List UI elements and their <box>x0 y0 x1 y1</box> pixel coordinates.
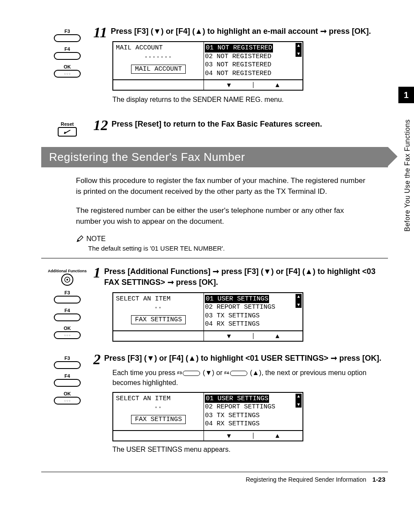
note-icon <box>76 235 84 243</box>
lcd-left-sub: FAX SETTINGS <box>131 415 186 424</box>
lcd-row: 04 RX SETTINGS <box>205 420 302 428</box>
note-text: The default setting is '01 USER TEL NUMB… <box>88 245 388 252</box>
lcd-dots: ▫▫ <box>116 305 201 311</box>
note-label: NOTE <box>86 235 105 243</box>
step-2-after: The USER SETTINGS menu appears. <box>112 445 388 454</box>
f3-key-label: F3 <box>65 29 70 34</box>
step-2-subtext: Each time you press F3 (▼) or F4 (▲), th… <box>112 368 388 388</box>
svg-point-1 <box>66 279 68 281</box>
lcd-row: 02 REPORT SETTINGS <box>205 403 302 411</box>
step-11-instruction: 11 Press [F3] (▼) or [F4] (▲) to highlig… <box>93 26 388 37</box>
section-heading: Registering the Sender's Fax Number <box>41 147 388 167</box>
softkey-up-icon: ▲ <box>253 82 302 88</box>
softkey-down-icon: ▼ <box>205 433 253 439</box>
lcd-softkey-row: ▼ ▲ <box>112 331 303 342</box>
f4-key-icon <box>54 52 81 60</box>
f3-key-label: F3 <box>65 356 70 361</box>
reset-key-label: Reset <box>61 121 74 127</box>
f3-key-icon <box>54 296 81 304</box>
softkey-down-icon: ▼ <box>205 82 253 88</box>
lcd-dots: ▫▫▫▫▫▫▫ <box>116 54 201 60</box>
softkey-down-icon: ▼ <box>205 333 253 339</box>
step-2: F3 F4 OK 2 Press [F3] (▼) or [F4] (▲) to… <box>41 353 388 460</box>
lcd-row: 03 TX SETTINGS <box>205 411 302 420</box>
inline-f3-icon <box>183 371 200 376</box>
lcd-screen-2: SELECT AN ITEM ▫▫ FAX SETTINGS ▲▼ 01 USE… <box>112 392 303 431</box>
lcd-row: 02 REPORT SETTINGS <box>205 303 302 312</box>
lcd-left-title: SELECT AN ITEM <box>116 395 201 403</box>
lcd-row-selected: 01 USER SETTINGS <box>205 295 269 304</box>
step-11-text: Press [F3] (▼) or [F4] (▲) to highlight … <box>111 27 371 36</box>
ok-key-label: OK <box>64 64 71 69</box>
step-number: 11 <box>93 26 107 39</box>
addfn-key-icon <box>61 274 73 286</box>
lcd-screen-11: MAIL ACCOUNT ▫▫▫▫▫▫▫ MAIL ACCOUNT ▲▼ 01 … <box>112 41 303 80</box>
intro-paragraph-2: The registered number can be either the … <box>76 205 388 227</box>
lcd-row-selected: 01 NOT REGISTERED <box>205 44 273 52</box>
lcd-row-selected: 01 USER SETTINGS <box>205 395 269 403</box>
inline-f4-icon <box>230 371 247 376</box>
step-number: 1 <box>93 266 101 280</box>
step-2-text: Press [F3] (▼) or [F4] (▲) to highlight … <box>104 354 381 362</box>
reset-key-icon <box>58 127 77 137</box>
step-number: 2 <box>93 353 101 366</box>
ok-key-icon <box>54 397 81 405</box>
intro-paragraph-1: Follow this procedure to register the fa… <box>76 175 388 197</box>
f3-key-icon <box>54 34 81 42</box>
lcd-row: 04 RX SETTINGS <box>205 320 302 329</box>
step-12-instruction: 12 Press [Reset] to return to the Fax Ba… <box>93 119 388 130</box>
softkey-up-icon: ▲ <box>253 333 302 339</box>
page-number: 1-23 <box>372 476 385 483</box>
ok-key-icon <box>54 70 81 78</box>
ok-key-label: OK <box>64 391 71 396</box>
f4-key-label: F4 <box>65 46 70 52</box>
lcd-row: 02 NOT REGISTERED <box>205 52 302 61</box>
step-1-instruction: 1 Press [Additional Functions] ➞ press [… <box>93 266 388 288</box>
step-11-after: The display returns to the SENDER NAME R… <box>112 95 388 104</box>
key-column: F3 F4 OK <box>41 26 93 79</box>
f3-key-label: F3 <box>65 290 70 295</box>
lcd-row: 03 TX SETTINGS <box>205 312 302 320</box>
scroll-indicator-icon: ▲▼ <box>296 394 302 408</box>
f4-key-icon <box>54 379 81 387</box>
addfn-key-label: Additional Functions <box>48 269 87 273</box>
page-footer: Registering the Required Sender Informat… <box>41 472 388 483</box>
footer-title: Registering the Required Sender Informat… <box>246 476 366 483</box>
lcd-row: 03 NOT REGISTERED <box>205 61 302 69</box>
scroll-indicator-icon: ▲▼ <box>296 294 302 308</box>
lcd-screen-1: SELECT AN ITEM ▫▫ FAX SETTINGS ▲▼ 01 USE… <box>112 292 303 331</box>
f4-key-label: F4 <box>65 373 70 379</box>
lcd-softkey-row: ▼ ▲ <box>112 431 303 441</box>
f4-key-label: F4 <box>65 308 70 313</box>
note-block: NOTE The default setting is '01 USER TEL… <box>76 235 388 252</box>
step-1-text: Press [Additional Functions] ➞ press [F3… <box>104 267 375 287</box>
divider <box>41 258 388 258</box>
lcd-left-sub: FAX SETTINGS <box>131 315 186 324</box>
lcd-left-sub: MAIL ACCOUNT <box>131 65 186 74</box>
softkey-up-icon: ▲ <box>253 433 302 439</box>
ok-key-label: OK <box>64 326 71 331</box>
step-number: 12 <box>93 119 108 132</box>
scroll-indicator-icon: ▲▼ <box>296 43 302 57</box>
step-11: F3 F4 OK 11 Press [F3] (▼) or [F4] (▲) t… <box>41 26 388 111</box>
step-1: Additional Functions F3 F4 OK 1 Press [A… <box>41 266 388 345</box>
f3-key-icon <box>54 361 81 369</box>
step-12-text: Press [Reset] to return to the Fax Basic… <box>112 120 322 128</box>
lcd-row: 04 NOT REGISTERED <box>205 69 302 78</box>
f4-key-icon <box>54 313 81 321</box>
lcd-dots: ▫▫ <box>116 405 201 411</box>
step-12: Reset 12 Press [Reset] to return to the … <box>41 119 388 138</box>
step-2-instruction: 2 Press [F3] (▼) or [F4] (▲) to highligh… <box>93 353 388 364</box>
lcd-left-title: SELECT AN ITEM <box>116 295 201 304</box>
lcd-softkey-row: ▼ ▲ <box>112 80 303 91</box>
lcd-left-title: MAIL ACCOUNT <box>116 44 201 52</box>
ok-key-icon <box>54 331 81 339</box>
